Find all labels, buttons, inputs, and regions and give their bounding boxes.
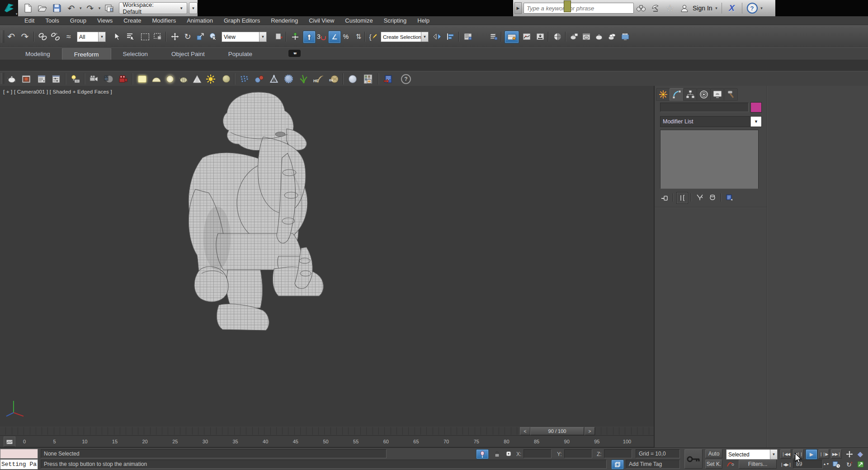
noise-sphere-icon[interactable] — [282, 73, 295, 85]
workspace-mini-button[interactable]: ▼ — [189, 2, 198, 14]
render-in-cloud-icon[interactable] — [606, 31, 618, 42]
time-configuration-icon[interactable] — [831, 460, 842, 469]
redo-icon-main[interactable]: ↷ — [19, 31, 31, 42]
ribbon-tab-modeling[interactable]: Modeling — [14, 49, 62, 59]
object-name-field[interactable] — [660, 103, 749, 112]
ribbon-tab-freeform[interactable]: Freeform — [62, 48, 111, 60]
exposure-panel-icon[interactable] — [50, 73, 62, 85]
dome-light-icon[interactable] — [150, 73, 163, 85]
menu-views[interactable]: Views — [92, 17, 118, 24]
checker-teapot-icon[interactable] — [177, 73, 190, 85]
key-filters-button[interactable]: Filters... — [739, 460, 777, 469]
infocenter-collapse-arrow[interactable]: ▶ — [514, 2, 522, 14]
sign-in-chevron-icon[interactable]: ▾ — [714, 6, 719, 10]
y-coordinate-field[interactable] — [564, 449, 592, 458]
key-filter-dropdown[interactable]: Selected ▼ — [726, 449, 778, 460]
camera-dark-icon[interactable] — [102, 73, 115, 85]
render-list-panel-icon[interactable] — [35, 73, 48, 85]
frame-spinner[interactable]: ▲▼ — [824, 460, 829, 469]
menu-graph-editors[interactable]: Graph Editors — [218, 17, 265, 24]
spinner-snap-toggle-icon[interactable]: ⇅ — [353, 31, 364, 42]
select-and-manipulate-icon[interactable] — [207, 31, 219, 42]
menu-edit[interactable]: Edit — [19, 17, 40, 24]
window-crossing-icon[interactable] — [152, 31, 164, 42]
x-coordinate-field[interactable] — [524, 449, 552, 458]
edit-named-selection-sets-icon[interactable]: { — [367, 31, 379, 42]
user-icon[interactable] — [679, 2, 690, 14]
align-icon[interactable] — [445, 31, 457, 42]
tab-modify[interactable] — [670, 88, 684, 101]
help-chevron-icon[interactable]: ▾ — [760, 6, 764, 10]
go-to-end-icon[interactable]: ▶▶❘ — [831, 449, 842, 459]
curve-editor-icon[interactable] — [521, 31, 533, 42]
hay-bale-icon[interactable]: 0x — [327, 73, 340, 85]
menu-rendering[interactable]: Rendering — [265, 17, 303, 24]
play-animation-icon[interactable]: ▶ — [806, 449, 817, 460]
maximize-viewport-toggle-icon[interactable] — [855, 460, 865, 469]
ribbon-tab-object-paint[interactable]: Object Paint — [160, 49, 217, 59]
track-bar[interactable]: 0510152025303540455055606570758085909510… — [0, 435, 654, 447]
tab-display[interactable] — [710, 88, 724, 101]
schematic-view-icon[interactable] — [534, 31, 546, 42]
omni-light-icon[interactable] — [164, 73, 176, 85]
menu-scripting[interactable]: Scripting — [378, 17, 412, 24]
named-selection-sets-dropdown[interactable]: Create Selection Se ▼ — [381, 32, 429, 42]
menu-animation[interactable]: Animation — [181, 17, 218, 24]
layer-explorer-icon[interactable] — [487, 31, 499, 42]
toolbar-grip[interactable] — [1, 30, 4, 43]
light-lister-bulb-icon[interactable] — [69, 73, 81, 85]
current-frame-marker[interactable] — [564, 0, 571, 12]
modifier-stack[interactable] — [660, 130, 759, 189]
foliage-icon[interactable] — [297, 73, 310, 85]
blobmesh-icon[interactable] — [253, 73, 266, 85]
pylon-icon[interactable] — [268, 73, 280, 85]
sign-in-link[interactable]: Sign In — [693, 5, 712, 12]
parameter-panel-icon[interactable] — [382, 73, 394, 85]
rendered-image-icon[interactable] — [20, 73, 33, 85]
ribbon-tab-populate[interactable]: Populate — [217, 49, 264, 59]
menu-help[interactable]: Help — [412, 17, 435, 24]
undo-dropdown-chevron-icon[interactable]: ▾ — [78, 6, 83, 10]
select-and-place-icon[interactable] — [289, 31, 301, 42]
project-folder-icon[interactable] — [103, 2, 115, 14]
selection-filter-dropdown[interactable]: All ▼ — [77, 32, 106, 42]
keyboard-override-toggle-icon[interactable] — [303, 31, 316, 43]
select-and-rotate-icon[interactable]: ↻ — [182, 31, 193, 42]
tab-utilities[interactable] — [724, 88, 738, 101]
isolate-selection-toggle-icon[interactable] — [476, 449, 489, 459]
help-icon[interactable]: ? — [746, 2, 758, 14]
set-key-button[interactable]: Set K. — [705, 460, 722, 469]
tab-hierarchy[interactable] — [683, 88, 697, 101]
open-mini-curve-editor-icon[interactable] — [4, 437, 15, 447]
object-color-swatch[interactable] — [750, 102, 762, 113]
render-gallery-icon[interactable] — [619, 31, 631, 42]
angle-snap-toggle-icon[interactable]: ∠ — [328, 31, 341, 43]
select-and-scale-icon[interactable] — [194, 31, 206, 42]
add-time-tag-icon[interactable] — [611, 460, 624, 470]
menu-group[interactable]: Group — [65, 17, 92, 24]
make-unique-icon[interactable] — [694, 192, 705, 203]
scene-explorer-icon[interactable] — [462, 31, 474, 42]
time-slider-next-button[interactable]: > — [585, 427, 595, 435]
field-of-view-icon[interactable]: ↻+ — [844, 460, 854, 469]
lock-selection-icon[interactable] — [491, 449, 503, 458]
communication-center-icon[interactable] — [650, 2, 661, 14]
particle-grid-icon[interactable] — [238, 73, 250, 85]
select-and-link-icon[interactable] — [37, 31, 49, 42]
render-production-icon[interactable] — [593, 31, 605, 42]
menu-civil-view[interactable]: Civil View — [303, 17, 340, 24]
auto-key-button[interactable]: Auto — [705, 449, 722, 458]
ribbon-tab-selection[interactable]: Selection — [111, 49, 160, 59]
teapot-icon[interactable] — [5, 73, 18, 85]
z-coordinate-field[interactable] — [604, 449, 632, 458]
application-menu-button[interactable]: ▾ — [0, 0, 18, 16]
undo-icon-main[interactable]: ↶ — [5, 31, 17, 42]
exchange-apps-icon[interactable]: X — [726, 2, 738, 14]
modifier-list-dropdown[interactable]: Modifier List ▼ — [660, 116, 762, 127]
search-input[interactable] — [524, 3, 634, 14]
select-object-icon[interactable] — [111, 31, 123, 42]
render-setup-icon[interactable] — [568, 31, 580, 42]
sphere-light-icon[interactable] — [220, 73, 232, 85]
camera-viewport[interactable]: [ + ] [ Camera001 ] [ Shaded + Edged Fac… — [0, 86, 654, 427]
search-icon[interactable] — [635, 2, 647, 14]
